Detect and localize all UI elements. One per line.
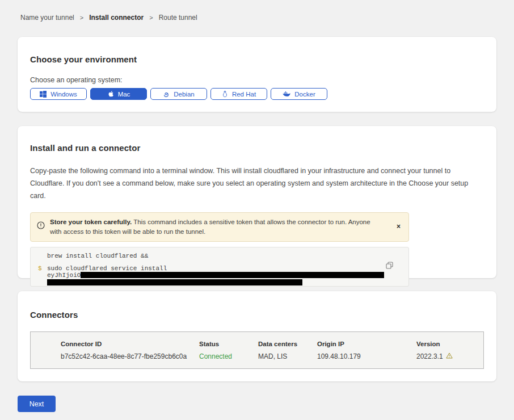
column-header-origin-ip: Origin IP (317, 341, 416, 347)
data-centers-value: MAD, LIS (258, 352, 317, 360)
debian-logo-icon (163, 91, 170, 98)
redacted-token-bar (47, 279, 302, 285)
os-button-windows[interactable]: Windows (30, 88, 87, 100)
shell-prompt: $ (38, 266, 47, 272)
version-value: 2022.3.1 (416, 352, 483, 360)
alert-title: Store your token carefully. (50, 219, 132, 225)
redacted-token-bar (81, 272, 384, 278)
connectors-card: Connectors Connector ID Status Data cent… (18, 291, 496, 381)
os-button-label: Windows (50, 91, 77, 98)
docker-logo-icon (283, 91, 290, 97)
apple-logo-icon (107, 90, 114, 98)
breadcrumb: Name your tunnel > Install connector > R… (0, 0, 514, 22)
environment-card: Choose your environment Choose an operat… (18, 37, 496, 112)
breadcrumb-separator: > (149, 14, 153, 21)
os-button-label: Docker (294, 91, 315, 98)
windows-logo-icon (40, 91, 47, 98)
origin-ip-value: 109.48.10.179 (317, 352, 416, 360)
os-button-docker[interactable]: Docker (271, 88, 327, 100)
install-description: Copy-paste the following command into a … (30, 165, 484, 202)
column-header-version: Version (416, 341, 483, 347)
column-header-data-centers: Data centers (258, 341, 317, 347)
connectors-table: Connector ID Status Data centers Origin … (30, 331, 484, 369)
breadcrumb-step-route-tunnel[interactable]: Route tunnel (159, 14, 197, 22)
copy-icon[interactable] (385, 261, 394, 272)
os-button-label: Mac (118, 91, 130, 98)
token-warning-alert: Store your token carefully. This command… (30, 212, 409, 242)
os-button-label: Red Hat (232, 91, 256, 98)
code-line-1: brew install cloudflared && (47, 253, 148, 260)
code-gutter (38, 272, 47, 279)
install-card-title: Install and run a connector (30, 143, 484, 153)
install-command-codeblock: brew install cloudflared && $ sudo cloud… (30, 247, 409, 287)
os-button-debian[interactable]: Debian (150, 88, 207, 100)
code-gutter (38, 253, 47, 260)
os-button-redhat[interactable]: Red Hat (210, 88, 267, 100)
breadcrumb-separator: > (80, 14, 83, 21)
warning-triangle-icon (446, 352, 453, 360)
column-header-connector-id: Connector ID (61, 341, 199, 347)
os-button-mac[interactable]: Mac (90, 88, 147, 100)
environment-card-title: Choose your environment (30, 54, 484, 64)
next-button[interactable]: Next (18, 396, 56, 412)
os-button-label: Debian (174, 91, 194, 98)
breadcrumb-step-name-your-tunnel[interactable]: Name your tunnel (20, 14, 74, 22)
code-line-2: sudo cloudflared service install (47, 266, 167, 272)
connector-id-value: b7c52c42-6caa-48ee-8c77-fbe259cb6c0a (61, 352, 199, 360)
redhat-logo-icon (222, 90, 228, 98)
connectors-card-title: Connectors (30, 310, 484, 320)
install-connector-card: Install and run a connector Copy-paste t… (18, 126, 496, 278)
os-select-label: Choose an operating system: (30, 76, 484, 84)
os-button-group: Windows Mac Debian (30, 88, 484, 100)
info-circle-icon (37, 221, 45, 232)
column-header-status: Status (199, 341, 258, 347)
token-prefix: eyJhIjoiO (47, 272, 384, 279)
alert-close-icon[interactable]: × (394, 222, 403, 231)
alert-text: Store your token carefully. This command… (50, 217, 382, 237)
status-badge: Connected (199, 352, 258, 360)
breadcrumb-step-install-connector[interactable]: Install connector (89, 14, 144, 22)
